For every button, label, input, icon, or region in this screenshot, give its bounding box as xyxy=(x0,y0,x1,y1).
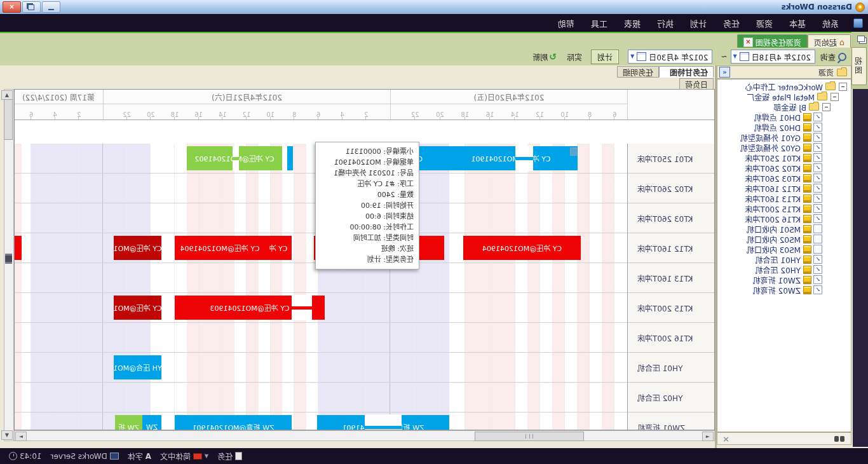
tree-checkbox[interactable]: ✓ xyxy=(813,194,822,203)
scroll-right-icon[interactable]: ► xyxy=(15,432,27,441)
task-bar[interactable]: CY 冲压@MO1 xyxy=(114,296,161,320)
menu-item-报表[interactable]: 报表 xyxy=(616,14,649,32)
task-bar[interactable]: CY 冲压@MO1 xyxy=(114,236,161,260)
task-bar[interactable]: ZW 折弯@MO12041901 xyxy=(317,415,449,430)
tree-item[interactable]: MS03 内收口机 xyxy=(717,244,850,254)
tree-checkbox[interactable]: ✓ xyxy=(813,214,822,223)
cascade-windows-icon[interactable] xyxy=(857,36,865,42)
task-bar[interactable]: CY 冲 xyxy=(265,236,292,260)
tree-checkbox[interactable] xyxy=(813,235,822,243)
restore-button[interactable] xyxy=(22,1,41,13)
clear-icon[interactable]: × xyxy=(722,434,729,444)
status-font[interactable]: A 字体 xyxy=(128,451,151,461)
scrollbar-thumb[interactable] xyxy=(4,99,13,140)
refresh-button[interactable]: 刷新 xyxy=(532,51,548,62)
tree-checkbox[interactable]: ✓ xyxy=(813,255,822,264)
menu-item-工具[interactable]: 工具 xyxy=(583,14,616,32)
tree-checkbox[interactable]: ✓ xyxy=(813,204,822,213)
tree-item[interactable]: WorkCenter 工作中心 xyxy=(717,81,850,92)
scroll-left-icon[interactable]: ◄ xyxy=(702,432,714,441)
date-from-field[interactable]: 2012年 4月18日 ▼ xyxy=(731,50,815,64)
menu-item-执行[interactable]: 执行 xyxy=(649,14,682,32)
tree-item[interactable]: ✓KT15 200T冲床 xyxy=(717,203,850,214)
chevron-down-icon[interactable]: ▼ xyxy=(630,54,634,59)
tree-collapse-icon[interactable] xyxy=(822,103,831,111)
query-label[interactable]: 查询 xyxy=(820,51,836,62)
tree-item[interactable]: ✓GY02 外桶成型机 xyxy=(717,142,850,153)
chevron-down-icon[interactable]: ▼ xyxy=(733,54,737,59)
tree-checkbox[interactable]: ✓ xyxy=(813,123,822,132)
calendar-icon[interactable] xyxy=(740,52,749,61)
date-to-field[interactable]: 2012年 4月30日 ▼ xyxy=(628,50,712,64)
tree-item[interactable]: ✓DH02 点焊机 xyxy=(717,122,850,132)
tree-checkbox[interactable] xyxy=(813,224,822,233)
gantt-tab-任务甘特图[interactable]: 任务甘特图 xyxy=(659,66,714,78)
tree-checkbox[interactable]: ✓ xyxy=(813,133,822,142)
tab-resource-task-view[interactable]: 资源任务视图 × xyxy=(737,34,808,49)
tree-item[interactable]: ✓KT16 200T冲床 xyxy=(717,214,850,224)
chevron-down-icon[interactable]: ▼ xyxy=(205,454,208,459)
tree-item[interactable]: ✓KT02 260T冲床 xyxy=(717,163,850,173)
tree-collapse-icon[interactable] xyxy=(839,83,847,91)
task-bar[interactable]: ZW 折弯@MO12041901 xyxy=(175,415,292,430)
tree-item[interactable]: ✓YH01 压合机 xyxy=(717,254,850,264)
tree-checkbox[interactable] xyxy=(813,245,822,254)
tree-checkbox[interactable]: ✓ xyxy=(813,113,822,121)
tree-item[interactable]: ✓ZW01 折弯机 xyxy=(717,275,850,285)
task-bar[interactable]: CY 冲压@MO12041904 xyxy=(175,236,265,260)
actual-button[interactable]: 实际 xyxy=(564,50,585,64)
tree-item[interactable]: ✓KT13 160T冲床 xyxy=(717,193,850,203)
splitter-grip[interactable] xyxy=(5,254,12,264)
status-tasks[interactable]: 任务 xyxy=(217,451,242,461)
tree-item[interactable]: MS02 内收口机 xyxy=(717,234,850,244)
vertical-scrollbar[interactable]: ▲ ▼ xyxy=(4,89,14,441)
tree-item[interactable]: ✓DH01 点焊机 xyxy=(717,112,850,122)
tree-collapse-icon[interactable] xyxy=(831,93,839,101)
panel-splitter[interactable] xyxy=(715,65,717,448)
menu-item-系统[interactable]: 系统 xyxy=(814,14,847,32)
calendar-icon[interactable] xyxy=(637,52,646,61)
tree-item[interactable]: ✓KT03 260T冲床 xyxy=(717,173,850,183)
menu-item-资源[interactable]: 资源 xyxy=(748,14,781,32)
horizontal-scrollbar[interactable]: ◄ ► xyxy=(14,430,715,441)
tree-item[interactable]: Metal Plate 钣金厂 xyxy=(717,92,850,102)
tab-home[interactable]: ⌂ 起始页 xyxy=(808,34,851,49)
tree-item[interactable]: ✓KT01 250T冲床 xyxy=(717,153,850,163)
task-bar[interactable]: ZW xyxy=(142,415,161,430)
tree-checkbox[interactable]: ✓ xyxy=(813,143,822,152)
tree-checkbox[interactable]: ✓ xyxy=(813,184,822,193)
menu-item-帮助[interactable]: 帮助 xyxy=(550,14,583,32)
task-bar[interactable] xyxy=(287,146,293,170)
task-bar[interactable]: CY 冲压@MO12041901 xyxy=(444,146,578,170)
scroll-down-icon[interactable]: ▼ xyxy=(1,430,13,440)
task-bar[interactable] xyxy=(14,236,22,260)
task-bar[interactable]: CY 冲压@MO12041903 xyxy=(175,296,325,320)
tree-item[interactable]: ✓YH02 压合机 xyxy=(717,264,850,275)
menu-item-计划[interactable]: 计划 xyxy=(682,14,715,32)
tree-item[interactable]: ✓GY01 外桶成型机 xyxy=(717,132,850,142)
tree-item[interactable]: MS01 内收口机 xyxy=(717,224,850,234)
close-button[interactable]: × xyxy=(3,1,21,13)
task-bar[interactable]: YH 压合@MO1 xyxy=(114,355,161,379)
tree-checkbox[interactable]: ✓ xyxy=(813,275,822,284)
gantt-tab-任务明细[interactable]: 任务明细 xyxy=(617,66,659,78)
task-bar[interactable]: CY 冲压@MO12041902 xyxy=(187,146,282,170)
menu-item-任务[interactable]: 任务 xyxy=(715,14,748,32)
tree-checkbox[interactable]: ✓ xyxy=(813,265,822,274)
scroll-up-icon[interactable]: ▲ xyxy=(1,90,13,100)
tree-item[interactable]: ✓KT12 160T冲床 xyxy=(717,183,850,193)
tree-checkbox[interactable]: ✓ xyxy=(813,153,822,162)
tree-item[interactable]: BJ 钣金部 xyxy=(717,102,850,112)
tree-checkbox[interactable]: ✓ xyxy=(813,285,822,294)
dock-tab-view[interactable]: 视图 xyxy=(851,47,867,85)
plan-button[interactable]: 计划 xyxy=(591,50,619,64)
task-bar[interactable]: ZW 折 xyxy=(115,415,142,430)
tree-checkbox[interactable]: ✓ xyxy=(813,174,822,182)
minimize-button[interactable] xyxy=(42,1,60,13)
task-bar[interactable]: CY 冲压@MO12041904 xyxy=(463,236,581,260)
status-language[interactable]: ▼ 简体中文 xyxy=(160,451,208,461)
menu-item-基本[interactable]: 基本 xyxy=(781,14,814,32)
collapse-panel-button[interactable]: « xyxy=(719,67,730,78)
tree-item[interactable]: ✓ZW02 折弯机 xyxy=(717,285,850,295)
scrollbar-thumb[interactable] xyxy=(475,432,584,441)
